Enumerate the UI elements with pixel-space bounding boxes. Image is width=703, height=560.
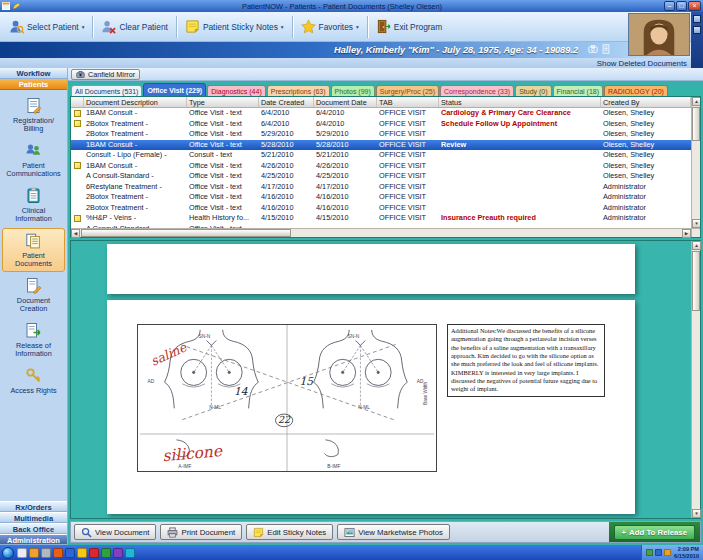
- tab-all-documents-531[interactable]: All Documents (531): [71, 85, 142, 96]
- scroll-left-arrow[interactable]: ◀: [71, 229, 80, 238]
- tray-icon-1[interactable]: [646, 549, 653, 556]
- exit-program-button[interactable]: Exit Program: [371, 16, 447, 37]
- sidebar-item-patient-documents[interactable]: Patient Documents: [2, 228, 65, 272]
- column-header-type[interactable]: Type: [187, 97, 259, 107]
- tab-diagnostics-44[interactable]: Diagnostics (44): [207, 85, 266, 96]
- sidebar-section-workflow[interactable]: Workflow: [0, 68, 67, 79]
- quick-launch-icon-9[interactable]: [113, 548, 123, 558]
- sidebar-section-administration[interactable]: Administration: [0, 534, 67, 545]
- close-button[interactable]: ×: [688, 1, 701, 11]
- note-cell: [71, 203, 84, 214]
- table-row[interactable]: 1BAM Consult -Office Visit - text4/26/20…: [71, 161, 691, 172]
- preview-vertical-scrollbar[interactable]: ▲ ▼: [691, 241, 700, 518]
- app-icon: [2, 2, 10, 10]
- tab-photos-99[interactable]: Photos (99): [331, 85, 375, 96]
- access-rights-icon: [25, 367, 42, 386]
- sidebar-section-back-office[interactable]: Back Office: [0, 523, 67, 534]
- cell: 1BAM Consult -: [84, 108, 187, 119]
- registration-billing-icon: [25, 97, 42, 116]
- column-header-status[interactable]: Status: [439, 97, 601, 107]
- scroll-up-arrow[interactable]: ▲: [692, 97, 700, 106]
- tab-radiology-20[interactable]: RADIOLOGY (20): [604, 85, 668, 96]
- favorites-button[interactable]: Favorites▾: [296, 16, 364, 37]
- scroll-right-arrow[interactable]: ▶: [682, 229, 691, 238]
- clear-patient-button[interactable]: Clear Patient: [96, 16, 172, 37]
- edit-sticky-notes-button[interactable]: Edit Sticky Notes: [246, 524, 333, 540]
- tab-study-0[interactable]: Study (0): [515, 85, 551, 96]
- sidebar-item-patient-communications[interactable]: Patient Communications: [2, 138, 65, 182]
- table-row[interactable]: 1BAM Consult -Office Visit - text5/28/20…: [71, 140, 691, 151]
- sidebar-section-multimedia[interactable]: Multimedia: [0, 512, 67, 523]
- quick-launch-icon-4[interactable]: [53, 548, 63, 558]
- select-patient-button[interactable]: Select Patient▾: [4, 16, 89, 37]
- toolbar-button-label: Clear Patient: [119, 22, 167, 32]
- tab-correspondence-33[interactable]: Correspondence (33): [440, 85, 514, 96]
- table-row[interactable]: 1BAM Consult -Office Visit - text6/4/201…: [71, 108, 691, 119]
- status-cell: [439, 129, 601, 140]
- sidebar-item-clinical-information[interactable]: Clinical Information: [2, 183, 65, 227]
- table-row[interactable]: 6Restylane Treatment -Office Visit - tex…: [71, 182, 691, 193]
- scroll-down-arrow[interactable]: ▼: [692, 509, 701, 518]
- scroll-thumb[interactable]: [692, 251, 700, 311]
- show-deleted-documents-link[interactable]: Show Deleted Documents: [597, 59, 687, 68]
- table-row[interactable]: A Consult-Standard -Office Visit - text: [71, 224, 691, 229]
- table-horizontal-scrollbar[interactable]: ◀ ▶: [71, 229, 691, 237]
- titlebar-icons: [2, 2, 20, 10]
- column-header-created-by[interactable]: Created By: [601, 97, 691, 107]
- quick-launch-icon-10[interactable]: [125, 548, 135, 558]
- quick-launch-icon-3[interactable]: [41, 548, 51, 558]
- sidebar-item-document-creation[interactable]: Document Creation: [2, 273, 65, 317]
- tab-financial-18[interactable]: Financial (18): [553, 85, 603, 96]
- view-document-button[interactable]: View Document: [74, 524, 156, 540]
- tab-surgery-proc-25[interactable]: Surgery/Proc (25): [376, 85, 439, 96]
- cell: 2Botox Treatment -: [84, 119, 187, 130]
- table-vertical-scrollbar[interactable]: ▲ ▼: [691, 97, 700, 228]
- sidebar-item-access-rights[interactable]: Access Rights: [2, 363, 65, 407]
- sidebar-section-patients[interactable]: Patients: [0, 79, 67, 90]
- table-row[interactable]: 2Botox Treatment -Office Visit - text5/2…: [71, 129, 691, 140]
- table-row[interactable]: 2Botox Treatment -Office Visit - text6/4…: [71, 119, 691, 130]
- quick-launch-icon-8[interactable]: [101, 548, 111, 558]
- diagram-label: SN-N: [348, 334, 360, 339]
- table-row[interactable]: 2Botox Treatment -Office Visit - text4/1…: [71, 203, 691, 214]
- cell: OFFICE VISIT: [377, 140, 439, 151]
- patient-sticky-notes-button[interactable]: Patient Sticky Notes▾: [180, 16, 289, 37]
- quick-launch-icon-6[interactable]: [77, 548, 87, 558]
- add-to-release-button[interactable]: + Add To Release: [614, 525, 695, 540]
- quick-launch-icon-7[interactable]: [89, 548, 99, 558]
- clock[interactable]: 2:09 PM 6/15/2010: [674, 546, 699, 559]
- table-row[interactable]: 2Botox Treatment -Office Visit - text4/1…: [71, 192, 691, 203]
- column-header-document-date[interactable]: Document Date: [314, 97, 377, 107]
- sidebar-item-release-of-information[interactable]: Release of Information: [2, 318, 65, 362]
- sidebar-section-rx-orders[interactable]: Rx/Orders: [0, 501, 67, 512]
- view-marketwise-photos-button[interactable]: View Marketwise Photos: [337, 524, 450, 540]
- column-header-document-description[interactable]: Document Description: [84, 97, 187, 107]
- scroll-down-arrow[interactable]: ▼: [692, 219, 700, 228]
- tray-icon-2[interactable]: [655, 549, 662, 556]
- cell: Office Visit - text: [187, 192, 259, 203]
- minimize-button[interactable]: –: [664, 1, 675, 11]
- tray-icon-3[interactable]: [664, 549, 671, 556]
- column-header-date-created[interactable]: Date Created: [259, 97, 314, 107]
- canfield-mirror-button[interactable]: Canfield Mirror: [71, 69, 140, 80]
- tab-office-visit-229[interactable]: Office Visit (229): [143, 83, 206, 96]
- sidebar-item-label: Release of Information: [4, 342, 63, 358]
- dock-icon[interactable]: [693, 15, 701, 23]
- quick-launch-icon-2[interactable]: [29, 548, 39, 558]
- tab-prescriptions-63[interactable]: Prescriptions (63): [267, 85, 330, 96]
- dock-icon[interactable]: [693, 26, 701, 34]
- start-button[interactable]: [2, 547, 14, 559]
- quick-launch-icon-1[interactable]: [17, 548, 27, 558]
- scroll-thumb[interactable]: [81, 229, 291, 237]
- table-row[interactable]: %H&P - Veins -Health History fo...4/15/2…: [71, 213, 691, 224]
- column-header-note[interactable]: [71, 97, 84, 107]
- sidebar-item-registration-billing[interactable]: Registration/ Billing: [2, 93, 65, 137]
- scroll-up-arrow[interactable]: ▲: [692, 241, 701, 250]
- column-header-tab[interactable]: TAB: [377, 97, 439, 107]
- table-row[interactable]: A Consult-Standard -Office Visit - text4…: [71, 171, 691, 182]
- maximize-button[interactable]: □: [676, 1, 687, 11]
- print-document-button[interactable]: Print Document: [160, 524, 242, 540]
- quick-launch-icon-5[interactable]: [65, 548, 75, 558]
- scroll-thumb[interactable]: [692, 107, 700, 141]
- table-row[interactable]: Consult - Lipo (Female) -Consult - text5…: [71, 150, 691, 161]
